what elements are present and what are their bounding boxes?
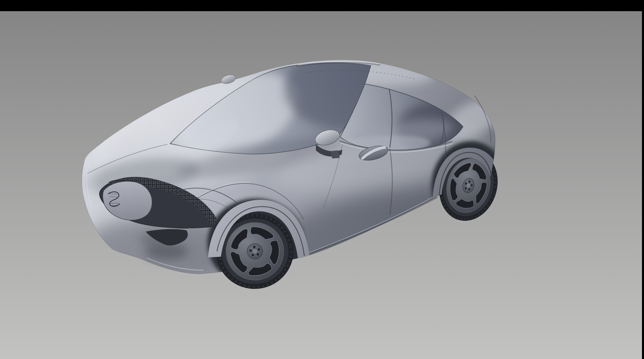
screen <box>0 0 644 359</box>
right-bar <box>642 0 644 359</box>
viewport-3d[interactable] <box>0 0 644 359</box>
top-bar <box>0 0 644 11</box>
